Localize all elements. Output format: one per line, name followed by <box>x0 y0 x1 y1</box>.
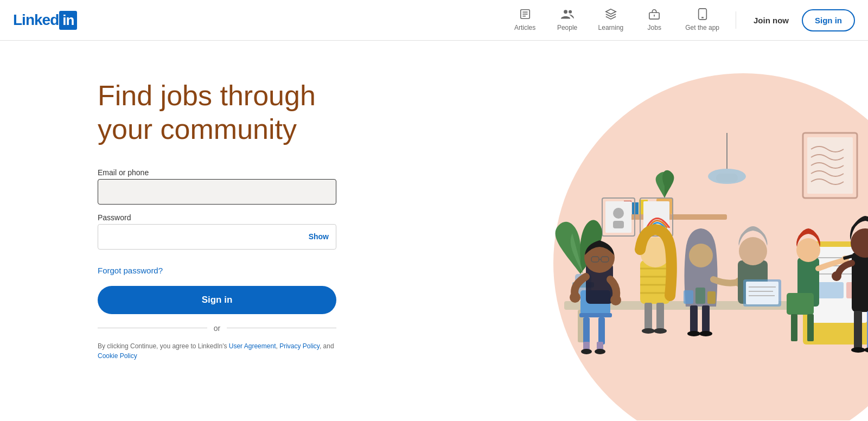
user-agreement-link[interactable]: User Agreement <box>229 342 276 350</box>
email-input[interactable] <box>98 179 336 205</box>
svg-rect-54 <box>644 303 652 330</box>
svg-point-65 <box>699 331 712 336</box>
svg-rect-84 <box>787 293 814 315</box>
svg-rect-34 <box>579 313 612 317</box>
left-panel: Find jobs through your community Email o… <box>98 73 369 361</box>
logo-text: Linkedin <box>13 11 77 30</box>
svg-rect-78 <box>816 282 844 298</box>
svg-point-40 <box>595 349 605 354</box>
email-label: Email or phone <box>98 168 369 177</box>
jobs-icon <box>648 8 660 23</box>
svg-rect-16 <box>807 137 853 194</box>
svg-point-81 <box>796 238 820 262</box>
password-input[interactable] <box>98 224 336 250</box>
join-now-button[interactable]: Join now <box>745 11 797 29</box>
hero-title: Find jobs through your community <box>98 79 369 146</box>
svg-point-4 <box>564 10 567 14</box>
svg-point-93 <box>864 347 868 353</box>
legal-text: By clicking Continue, you agree to Linke… <box>98 341 336 361</box>
app-icon <box>697 8 708 23</box>
people-icon <box>561 8 574 23</box>
svg-rect-90 <box>854 311 862 349</box>
cookie-policy-link[interactable]: Cookie Policy <box>98 352 137 360</box>
password-label: Password <box>98 213 369 222</box>
nav-item-jobs[interactable]: Jobs <box>635 4 673 37</box>
articles-icon <box>519 8 531 23</box>
password-form-group: Password Show <box>98 213 369 250</box>
linkedin-logo[interactable]: Linkedin <box>13 11 77 30</box>
svg-point-56 <box>642 328 655 334</box>
svg-rect-62 <box>690 305 698 333</box>
sign-in-header-button[interactable]: Sign in <box>802 9 855 31</box>
svg-point-39 <box>581 349 592 354</box>
nav-item-learning[interactable]: Learning <box>591 4 631 37</box>
svg-point-57 <box>654 328 667 334</box>
learning-icon <box>605 8 617 23</box>
nav-jobs-label: Jobs <box>648 24 661 31</box>
nav-item-articles[interactable]: Articles <box>506 4 544 37</box>
svg-point-46 <box>570 292 580 303</box>
main-nav: Articles People Learning <box>506 4 855 37</box>
nav-item-get-app[interactable]: Get the app <box>678 4 727 37</box>
forgot-password-link[interactable]: Forgot password? <box>98 266 163 275</box>
svg-marker-6 <box>606 9 616 14</box>
svg-rect-96 <box>707 291 716 304</box>
svg-rect-63 <box>702 305 710 333</box>
svg-point-92 <box>851 347 865 353</box>
svg-rect-35 <box>583 317 590 345</box>
svg-rect-55 <box>656 303 664 330</box>
svg-point-89 <box>832 271 841 281</box>
nav-learning-label: Learning <box>598 24 624 31</box>
show-password-button[interactable]: Show <box>309 232 329 241</box>
svg-point-64 <box>687 331 700 336</box>
svg-rect-94 <box>684 290 693 304</box>
or-divider: or <box>98 324 336 333</box>
svg-point-67 <box>739 237 767 265</box>
main-content: Find jobs through your community Email o… <box>0 41 868 420</box>
password-wrapper: Show <box>98 224 336 250</box>
svg-point-47 <box>610 295 621 305</box>
svg-rect-69 <box>746 282 778 304</box>
sign-in-submit-button[interactable]: Sign in <box>98 286 336 314</box>
or-label: or <box>207 324 227 333</box>
hero-illustration <box>467 52 868 420</box>
nav-item-people[interactable]: People <box>548 4 586 37</box>
svg-rect-25 <box>613 221 624 228</box>
svg-rect-36 <box>598 317 605 345</box>
illustration-svg <box>499 84 868 420</box>
svg-rect-85 <box>791 314 797 341</box>
svg-point-60 <box>689 244 713 267</box>
email-form-group: Email or phone <box>98 168 369 205</box>
privacy-policy-link[interactable]: Privacy Policy <box>279 342 320 350</box>
legal-prefix: By clicking Continue, you agree to Linke… <box>98 342 229 350</box>
svg-rect-95 <box>695 288 705 304</box>
svg-rect-86 <box>807 314 814 341</box>
nav-divider <box>736 11 736 29</box>
nav-people-label: People <box>557 24 577 31</box>
nav-articles-label: Articles <box>514 24 535 31</box>
svg-point-5 <box>569 10 572 13</box>
svg-point-24 <box>613 208 624 219</box>
svg-rect-14 <box>716 174 738 182</box>
nav-get-app-label: Get the app <box>685 24 719 31</box>
